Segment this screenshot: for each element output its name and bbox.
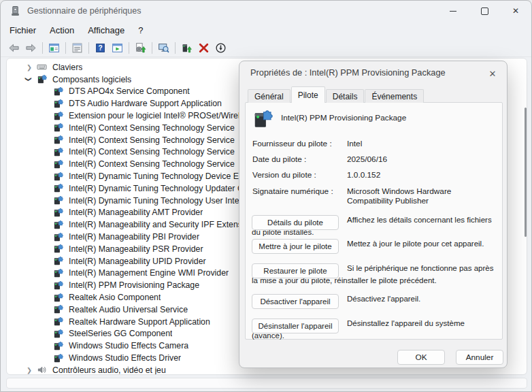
device-manager-window: Gestionnaire de périphériques ✕ Fichier … xyxy=(0,0,532,392)
action-row: Mettre à jour le pilote Mettez à jour le… xyxy=(252,237,498,249)
software-component-icon xyxy=(53,146,64,157)
field-label: Date du pilote : xyxy=(252,154,347,164)
field-value: 1.0.0.152 xyxy=(347,170,493,180)
dialog-tab[interactable]: Pilote xyxy=(291,86,325,103)
software-component-icon xyxy=(53,256,64,267)
update-driver-software-icon[interactable] xyxy=(132,40,149,56)
toolbar-item xyxy=(129,42,129,54)
tree-item-label: SteelSeries GG Component xyxy=(69,329,172,338)
action-button[interactable]: Désinstaller l'appareil xyxy=(252,318,339,333)
field-row: Date du pilote :2025/06/16 xyxy=(252,154,496,164)
dialog-close-icon[interactable]: ✕ xyxy=(484,65,501,82)
window-title: Gestionnaire de périphériques xyxy=(27,6,141,16)
action-pane-icon[interactable] xyxy=(109,40,126,56)
software-component-icon xyxy=(53,159,64,169)
action-button[interactable]: Restaurer le pilote xyxy=(252,263,339,278)
tree-item-label: Realtek Hardware Support Application xyxy=(69,317,210,327)
menu-item[interactable]: Fichier xyxy=(3,22,43,38)
back-icon[interactable] xyxy=(5,40,22,56)
software-component-icon xyxy=(53,183,64,194)
field-row: Fournisseur du pilote :Intel xyxy=(252,139,496,148)
field-value: 2025/06/16 xyxy=(347,154,493,164)
tree-item-label: Intel(R) PPM Provisioning Package xyxy=(69,280,199,290)
software-component-icon xyxy=(53,86,64,97)
uninstall-device-icon[interactable] xyxy=(195,40,212,56)
tree-item-label: Intel(R) Manageability PBI Provider xyxy=(69,232,199,242)
tree-item-label: Intel(R) Context Sensing Technology Serv… xyxy=(69,135,235,145)
help-icon[interactable]: ? xyxy=(92,40,109,56)
close-icon[interactable]: ✕ xyxy=(500,1,531,21)
toolbar-item xyxy=(152,42,152,54)
action-row: Détails du pilote Affichez les détails c… xyxy=(252,213,498,238)
update-driver-icon[interactable] xyxy=(178,40,195,56)
software-component-icon xyxy=(53,135,64,146)
tree-item-label: DTS APO4x Service Component xyxy=(69,86,190,96)
software-component-icon xyxy=(53,219,64,230)
tree-item-label: Intel(R) Manageability PSR Provider xyxy=(69,244,203,254)
device-name: Intel(R) PPM Provisioning Package xyxy=(281,113,406,122)
software-component-icon xyxy=(53,292,64,303)
menu-item[interactable]: ? xyxy=(131,22,150,38)
scan-hardware-changes-icon[interactable] xyxy=(155,40,172,56)
ok-button[interactable]: OK xyxy=(397,350,445,365)
action-description: Désactivez l'appareil. xyxy=(347,295,420,303)
toolbar-item xyxy=(65,42,66,54)
software-component-icon xyxy=(53,195,64,206)
dialog-tab[interactable]: Détails xyxy=(326,89,365,103)
minimize-icon[interactable] xyxy=(437,1,469,21)
action-row: Désactiver l'appareil Désactivez l'appar… xyxy=(252,292,498,304)
action-button[interactable]: Mettre à jour le pilote xyxy=(252,239,339,254)
menu-item[interactable]: Action xyxy=(43,22,81,38)
expand-chevron-icon[interactable] xyxy=(22,63,37,71)
software-component-icon xyxy=(53,328,64,339)
action-button[interactable]: Désactiver l'appareil xyxy=(252,294,339,309)
software-component-icon xyxy=(53,353,64,363)
software-component-icon xyxy=(53,304,64,315)
tree-item-label: Intel(R) Context Sensing Technology Serv… xyxy=(69,159,235,169)
dialog-tabs: Général Pilote Détails Événements xyxy=(248,86,425,103)
software-component-icon xyxy=(37,74,48,85)
tree-item-label: Intel(R) Management Engine WMI Provider xyxy=(69,268,229,278)
disable-device-icon[interactable] xyxy=(212,40,229,56)
maximize-icon[interactable] xyxy=(469,1,500,21)
field-value: Microsoft Windows Hardware Compatibility… xyxy=(347,186,493,206)
audio-controllers-icon xyxy=(37,365,48,375)
field-row: Signataire numérique :Microsoft Windows … xyxy=(252,186,496,206)
field-row: Version du pilote :1.0.0.152 xyxy=(252,170,496,180)
field-value: Intel xyxy=(347,139,493,148)
expand-chevron-icon[interactable] xyxy=(22,366,37,374)
action-button[interactable]: Détails du pilote xyxy=(252,215,339,230)
tree-item-label: Claviers xyxy=(52,63,82,72)
toolbar: ? xyxy=(1,39,531,57)
toolbar-item xyxy=(42,42,43,54)
title-bar: Gestionnaire de périphériques ✕ xyxy=(1,1,531,21)
tree-item-label: Intel(R) Context Sensing Technology Serv… xyxy=(69,147,235,157)
forward-icon[interactable] xyxy=(22,40,39,56)
tree-item-label: DTS Audio Hardware Support Application xyxy=(69,99,222,108)
driver-tab-page: Intel(R) PPM Provisioning Package Fourni… xyxy=(245,102,503,340)
action-description: Mettez à jour le pilote pour cet apparei… xyxy=(347,240,484,248)
expand-chevron-icon[interactable] xyxy=(22,76,37,83)
svg-text:?: ? xyxy=(98,44,102,52)
action-row: Restaurer le pilote Si le périphérique n… xyxy=(252,261,498,286)
software-component-icon xyxy=(53,122,64,133)
software-component-icon xyxy=(53,280,64,291)
tree-item-label: Contrôleurs audio, vidéo et jeu xyxy=(52,365,166,375)
software-component-icon xyxy=(53,231,64,242)
tree-item-label: Windows Studio Effects Camera xyxy=(69,341,188,350)
tree-item-label: Windows Studio Effects Driver xyxy=(69,353,181,363)
dialog-tab[interactable]: Événements xyxy=(365,89,424,103)
dialog-title: Propriétés de : Intel(R) PPM Provisionin… xyxy=(250,67,446,78)
tree-item-label: Intel(R) Manageability AMT Provider xyxy=(69,208,203,217)
properties-icon[interactable] xyxy=(69,40,86,56)
tree-item-label: Realtek Asio Component xyxy=(69,293,161,302)
software-component-icon xyxy=(53,244,64,255)
vertical-scrollbar[interactable] xyxy=(525,108,527,237)
show-console-tree-icon[interactable] xyxy=(46,40,63,56)
menu-item[interactable]: Affichage xyxy=(81,22,131,38)
dialog-tab[interactable]: Général xyxy=(248,89,290,103)
software-component-icon xyxy=(53,267,64,278)
cancel-button[interactable]: Annuler xyxy=(456,350,503,365)
field-label: Signataire numérique : xyxy=(252,186,347,196)
keyboard-icon xyxy=(37,62,48,73)
